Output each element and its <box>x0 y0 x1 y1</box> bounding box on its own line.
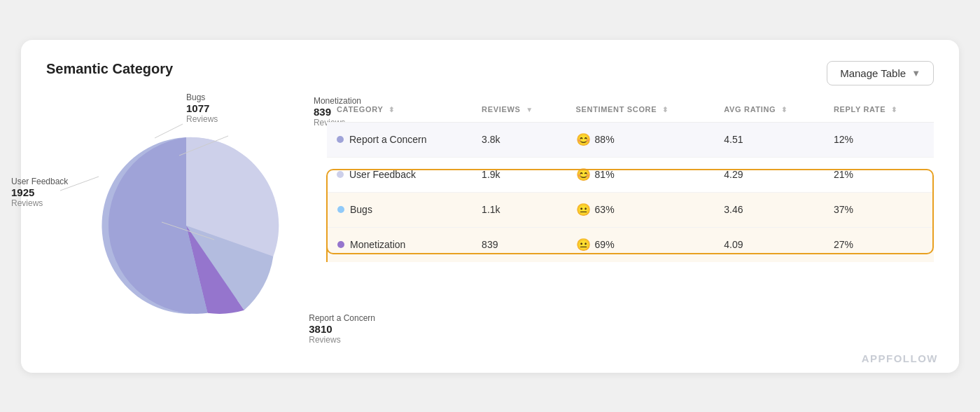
page-title: Semantic Category <box>46 61 173 77</box>
dot-icon <box>337 171 344 178</box>
connector-lines <box>18 85 354 394</box>
emoji-icon: 😐 <box>576 238 591 252</box>
col-reply-rate: REPLY RATE ⬍ <box>824 99 934 123</box>
cell-sentiment: 😊 88% <box>566 122 715 157</box>
sort-icon-sentiment: ⬍ <box>662 106 668 114</box>
cell-avg-rating: 3.46 <box>714 192 824 227</box>
watermark: APPFOLLOW <box>862 352 938 364</box>
pie-chart: Bugs 1077 Reviews Monetization 839 Revie… <box>88 128 284 324</box>
line-bugs <box>155 124 183 138</box>
emoji-icon: 😐 <box>576 202 591 217</box>
sort-icon-reviews: ▼ <box>526 106 533 114</box>
cell-reviews: 1.9k <box>472 157 566 192</box>
cell-category: Bugs <box>327 192 472 227</box>
table-header: CATEGORY ⬍ REVIEWS ▼ SENTIMENT SCORE ⬍ <box>327 99 934 123</box>
table-row: Monetization 839 😐 69% 4.09 <box>327 227 934 262</box>
cell-avg-rating: 4.29 <box>714 157 824 192</box>
semantic-category-card: Semantic Category Manage Table ▼ <box>21 40 959 373</box>
col-avg-rating: AVG RATING ⬍ <box>714 99 824 123</box>
cell-reviews: 3.8k <box>472 122 566 157</box>
sort-icon-reply-rate: ⬍ <box>891 106 897 114</box>
cell-reply-rate: 37% <box>824 192 934 227</box>
label-report: Report a Concern 3810 Reviews <box>309 313 375 345</box>
sort-icon-avg-rating: ⬍ <box>781 106 788 114</box>
table-row: Bugs 1.1k 😐 63% 3.46 37% <box>327 192 934 227</box>
dot-icon <box>337 206 344 213</box>
col-reviews: REVIEWS ▼ <box>472 99 566 123</box>
table-body: Report a Concern 3.8k 😊 88% 4.51 <box>327 122 934 262</box>
col-sentiment: SENTIMENT SCORE ⬍ <box>566 99 715 123</box>
cell-sentiment: 😐 63% <box>566 192 715 227</box>
table-container: ➜ CATEGORY ⬍ REVIEWS ▼ <box>326 99 934 262</box>
manage-table-label: Manage Table <box>840 67 906 79</box>
cell-reply-rate: 27% <box>824 227 934 262</box>
sort-icon-category: ⬍ <box>388 106 395 114</box>
cell-avg-rating: 4.09 <box>714 227 824 262</box>
cell-category: User Feedback <box>327 157 472 192</box>
line-monetization <box>179 136 228 156</box>
manage-table-button[interactable]: Manage Table ▼ <box>827 61 934 85</box>
content-row: Bugs 1077 Reviews Monetization 839 Revie… <box>46 99 934 352</box>
table-row: User Feedback 1.9k 😊 81% 4.29 <box>327 157 934 192</box>
cell-sentiment: 😐 69% <box>566 227 715 262</box>
header-row: Semantic Category Manage Table ▼ <box>46 61 934 85</box>
emoji-icon: 😊 <box>576 132 591 147</box>
cell-category: Report a Concern <box>327 122 472 157</box>
line-report <box>162 222 214 240</box>
cell-category: Monetization <box>327 227 472 262</box>
chart-area: Bugs 1077 Reviews Monetization 839 Revie… <box>46 99 326 352</box>
cell-avg-rating: 4.51 <box>714 122 824 157</box>
data-table: CATEGORY ⬍ REVIEWS ▼ SENTIMENT SCORE ⬍ <box>326 99 934 262</box>
cell-reviews: 839 <box>472 227 566 262</box>
chevron-down-icon: ▼ <box>911 68 920 78</box>
emoji-icon: 😊 <box>576 167 591 182</box>
cell-reviews: 1.1k <box>472 192 566 227</box>
cell-reply-rate: 21% <box>824 157 934 192</box>
cell-reply-rate: 12% <box>824 122 934 157</box>
label-user-feedback: User Feedback 1925 Reviews <box>11 177 68 208</box>
cell-sentiment: 😊 81% <box>566 157 715 192</box>
label-bugs: Bugs 1077 Reviews <box>186 92 218 124</box>
dot-icon <box>337 241 344 248</box>
col-category: CATEGORY ⬍ <box>327 99 472 123</box>
table-row: Report a Concern 3.8k 😊 88% 4.51 <box>327 122 934 157</box>
table-area: ➜ CATEGORY ⬍ REVIEWS ▼ <box>326 99 934 262</box>
dot-icon <box>337 136 344 143</box>
